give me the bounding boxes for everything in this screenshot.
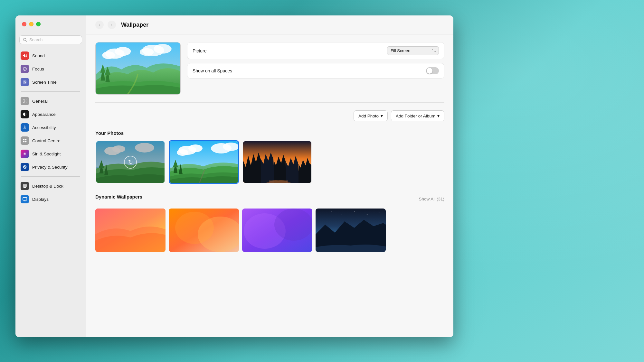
- sidebar-item-appearance[interactable]: Appearance: [17, 108, 84, 121]
- search-input[interactable]: [29, 37, 79, 42]
- svg-point-56: [367, 214, 367, 215]
- header: ‹ › Wallpaper: [86, 15, 453, 34]
- traffic-lights: [22, 22, 41, 26]
- svg-point-55: [354, 211, 355, 212]
- photo-thumb-2[interactable]: [169, 140, 239, 184]
- svg-point-26: [102, 51, 115, 59]
- svg-point-52: [322, 213, 322, 214]
- sidebar-item-general[interactable]: General: [17, 95, 84, 107]
- svg-point-9: [24, 125, 25, 126]
- sidebar-item-displays[interactable]: Displays: [17, 193, 84, 206]
- svg-point-3: [24, 70, 25, 71]
- dynamic-wallpapers-section: Dynamic Wallpapers Show All (31): [95, 194, 444, 252]
- picture-label: Picture: [193, 48, 207, 53]
- svg-point-5: [26, 69, 27, 69]
- desktop-dock-icon: [21, 182, 29, 190]
- content-area: Picture Fill Screen Fit to Screen Stretc…: [86, 34, 453, 337]
- sidebar-item-label-desktop: Desktop & Dock: [32, 184, 63, 189]
- show-all-link[interactable]: Show All (31): [419, 197, 444, 201]
- refresh-icon: ↻: [124, 156, 137, 169]
- sidebar-item-label-displays: Displays: [32, 197, 49, 202]
- add-folder-chevron: ▾: [437, 113, 440, 118]
- picture-fill-row: Picture Fill Screen Fit to Screen Stretc…: [187, 42, 444, 59]
- siri-icon: [21, 150, 29, 158]
- add-photo-label: Add Photo: [358, 114, 379, 118]
- minimize-button[interactable]: [29, 22, 33, 26]
- your-photos-section: Your Photos: [95, 130, 444, 184]
- system-preferences-window: Sound Focus: [15, 15, 453, 337]
- sidebar-item-label-focus: Focus: [32, 67, 44, 71]
- svg-rect-13: [25, 141, 26, 142]
- photo-thumb-1[interactable]: ↻: [95, 140, 166, 184]
- svg-point-57: [380, 212, 380, 213]
- control-centre-icon: [21, 136, 29, 145]
- dynamic-thumb-1[interactable]: [95, 209, 166, 252]
- sidebar-item-screen-time[interactable]: Screen Time: [17, 76, 84, 88]
- displays-icon: [21, 195, 29, 203]
- sidebar-items: Sound Focus: [15, 49, 86, 206]
- current-wallpaper-preview: [95, 42, 181, 95]
- sidebar-item-label-accessibility: Accessibility: [32, 125, 56, 130]
- svg-point-2: [24, 67, 25, 68]
- sidebar-item-privacy-security[interactable]: Privacy & Security: [17, 161, 84, 173]
- sidebar-divider-1: [21, 91, 80, 92]
- svg-point-39: [177, 149, 188, 156]
- sidebar-item-sound[interactable]: Sound: [17, 49, 84, 62]
- svg-point-28: [154, 44, 171, 54]
- main-content: ‹ › Wallpaper: [86, 15, 453, 337]
- accessibility-icon: [21, 123, 29, 132]
- dynamic-thumb-3[interactable]: [242, 209, 312, 252]
- dynamic-grid: [95, 209, 444, 252]
- forward-icon: ›: [111, 23, 112, 27]
- sidebar-item-label-appearance: Appearance: [32, 112, 56, 117]
- sidebar-item-siri-spotlight[interactable]: Siri & Spotlight: [17, 147, 84, 160]
- svg-point-25: [115, 47, 131, 56]
- fill-screen-wrapper[interactable]: Fill Screen Fit to Screen Stretch to Fil…: [387, 46, 439, 55]
- show-all-spaces-toggle[interactable]: [426, 67, 439, 74]
- screen-time-icon: [21, 78, 29, 86]
- forward-button[interactable]: ›: [108, 21, 116, 29]
- sidebar-item-label-siri: Siri & Spotlight: [32, 152, 61, 156]
- sidebar-item-label-screen-time: Screen Time: [32, 80, 57, 85]
- sidebar-item-accessibility[interactable]: Accessibility: [17, 121, 84, 134]
- add-photo-button[interactable]: Add Photo ▾: [354, 110, 388, 121]
- svg-point-16: [24, 153, 25, 154]
- svg-rect-18: [24, 187, 26, 188]
- svg-rect-19: [23, 198, 27, 200]
- svg-point-4: [23, 69, 24, 69]
- dynamic-thumb-4[interactable]: [316, 209, 386, 252]
- sidebar-item-label-control-centre: Control Centre: [32, 138, 61, 143]
- svg-point-54: [341, 215, 342, 215]
- close-button[interactable]: [22, 22, 26, 26]
- back-icon: ‹: [99, 23, 100, 27]
- focus-icon: [21, 65, 29, 73]
- svg-rect-10: [23, 139, 24, 140]
- svg-line-1: [26, 40, 27, 42]
- add-buttons-row: Add Photo ▾ Add Folder or Album ▾: [95, 110, 444, 121]
- wallpaper-top-section: Picture Fill Screen Fit to Screen Stretc…: [95, 42, 444, 103]
- sidebar-item-focus[interactable]: Focus: [17, 62, 84, 75]
- sidebar-item-desktop-dock[interactable]: Desktop & Dock: [17, 180, 84, 192]
- svg-point-38: [188, 144, 203, 152]
- svg-point-50: [274, 209, 312, 241]
- svg-rect-11: [25, 139, 26, 140]
- search-bar[interactable]: [19, 35, 82, 44]
- photo-grid: ↻: [95, 140, 444, 184]
- sidebar-item-control-centre[interactable]: Control Centre: [17, 134, 84, 147]
- fill-screen-select[interactable]: Fill Screen Fit to Screen Stretch to Fil…: [387, 46, 439, 55]
- dynamic-thumb-2[interactable]: [169, 209, 239, 252]
- page-title: Wallpaper: [121, 22, 148, 28]
- back-button[interactable]: ‹: [95, 21, 104, 29]
- refresh-overlay: ↻: [96, 141, 165, 183]
- sound-icon: [21, 51, 29, 60]
- maximize-button[interactable]: [36, 22, 41, 26]
- add-folder-button[interactable]: Add Folder or Album ▾: [391, 110, 444, 121]
- sidebar: Sound Focus: [15, 15, 86, 337]
- add-photo-chevron: ▾: [381, 113, 383, 118]
- general-icon: [21, 97, 29, 105]
- privacy-icon: [21, 163, 29, 171]
- dynamic-wallpapers-heading: Dynamic Wallpapers: [95, 194, 142, 200]
- photo-thumb-inner-3: [243, 141, 311, 183]
- photo-thumb-3[interactable]: [242, 140, 312, 184]
- sidebar-divider-2: [21, 176, 80, 177]
